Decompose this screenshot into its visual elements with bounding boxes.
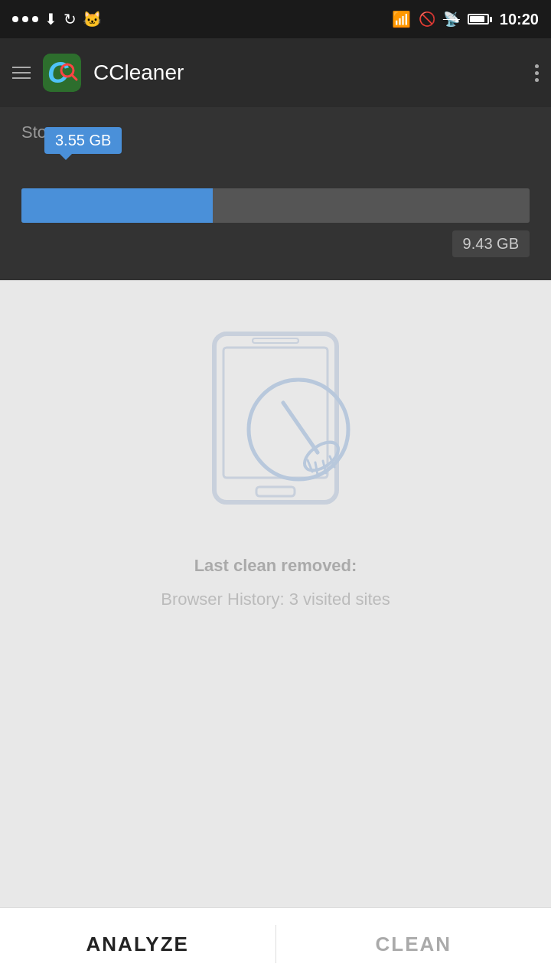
menu-icon[interactable] (12, 67, 31, 79)
app-title: CCleaner (93, 60, 523, 85)
analyze-label: ANALYZE (86, 933, 189, 956)
used-storage-label: 3.55 GB (44, 127, 122, 154)
storage-bar-container: 3.55 GB (21, 158, 530, 223)
storage-section: Storage 3.55 GB 9.43 GB (0, 107, 551, 280)
last-clean-detail: Browser History: 3 visited sites (161, 590, 390, 609)
main-content: Last clean removed: Browser History: 3 v… (0, 280, 551, 927)
cat-icon: 🐱 (83, 10, 102, 28)
last-clean-title: Last clean removed: (194, 556, 357, 576)
app-logo: C (43, 54, 81, 92)
storage-progress-bar (21, 188, 530, 223)
wifi-icon: 📶 (392, 10, 411, 28)
storage-bar-fill (21, 188, 213, 223)
overflow-menu-button[interactable] (535, 64, 539, 82)
download-icon: ⬇ (44, 10, 57, 28)
status-bar: ⬇ ↻ 🐱 📶 🚫 📡 10:20 (0, 0, 551, 38)
signal-icon: 📡 (443, 11, 460, 28)
total-storage-label: 9.43 GB (452, 230, 530, 257)
status-left: ⬇ ↻ 🐱 (12, 10, 102, 28)
sync-icon: ↻ (64, 10, 77, 28)
svg-rect-6 (256, 487, 295, 496)
notification-dots (12, 16, 38, 22)
clean-button[interactable]: CLEAN (276, 908, 552, 980)
cleaner-illustration (184, 326, 367, 525)
block-icon: 🚫 (419, 11, 435, 28)
analyze-button[interactable]: ANALYZE (0, 908, 276, 980)
app-bar: C CCleaner (0, 38, 551, 107)
svg-rect-5 (223, 348, 328, 478)
svg-line-9 (283, 403, 318, 452)
clean-label: CLEAN (375, 933, 452, 956)
bottom-bar: ANALYZE CLEAN (0, 907, 551, 980)
battery-icon (468, 14, 492, 24)
status-right: 📶 🚫 📡 10:20 (392, 10, 539, 28)
svg-line-12 (315, 462, 318, 475)
svg-text:C: C (47, 57, 69, 89)
svg-rect-7 (253, 338, 298, 343)
clock: 10:20 (500, 11, 539, 28)
total-storage-container: 9.43 GB (21, 230, 530, 257)
